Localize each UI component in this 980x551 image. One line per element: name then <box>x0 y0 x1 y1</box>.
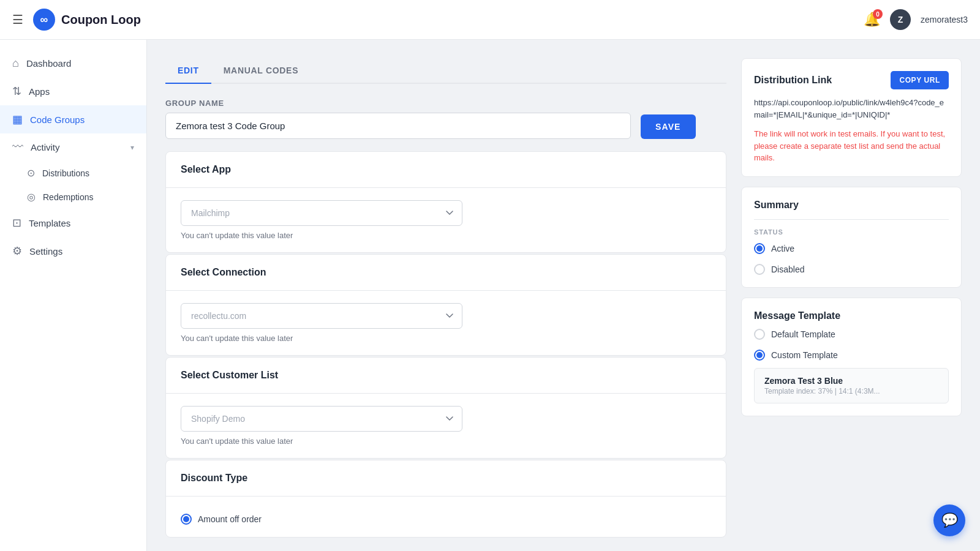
selected-template-sub: Template index: 37% | 14:1 (4:3M... <box>764 387 938 395</box>
select-customer-list-wrapper: Shopify Demo <box>181 406 462 432</box>
home-icon: ⌂ <box>12 57 19 70</box>
main-content: EDIT MANUAL CODES Group Name SAVE Select… <box>147 40 980 551</box>
message-template-card: Message Template Default Template Custom… <box>741 298 962 416</box>
radio-custom-template[interactable]: Custom Template <box>754 350 949 361</box>
menu-icon[interactable]: ☰ <box>12 12 23 27</box>
radio-default-template[interactable]: Default Template <box>754 329 949 340</box>
sidebar-item-redemptions[interactable]: ◎ Redemptions <box>0 185 146 209</box>
copy-url-button[interactable]: COPY URL <box>891 71 949 89</box>
discount-type-section: Discount Type Amount off order <box>165 460 726 538</box>
divider <box>754 219 949 220</box>
select-customer-list-section: Select Customer List Shopify Demo You ca… <box>165 357 726 459</box>
radio-label-default-template: Default Template <box>771 329 835 339</box>
radio-label-active: Active <box>771 244 794 253</box>
notification-button[interactable]: 🔔 0 <box>864 12 880 28</box>
sidebar-item-label: Templates <box>29 218 70 228</box>
templates-icon: ⊡ <box>12 216 21 230</box>
radio-status-active[interactable]: Active <box>754 243 949 254</box>
radio-circle-custom-template <box>754 350 765 361</box>
radio-label-disabled: Disabled <box>771 264 804 274</box>
select-app-wrapper: Mailchimp <box>181 200 462 226</box>
group-name-input[interactable] <box>165 113 631 139</box>
select-app-section: Select App Mailchimp You can't update th… <box>165 151 726 253</box>
distribution-link-card: Distribution Link COPY URL https://api.c… <box>741 58 962 177</box>
discount-type-radio-group: Amount off order <box>181 514 711 525</box>
select-connection-dropdown[interactable]: recollectu.com <box>181 303 462 329</box>
distribution-link-warning: The link will not work in test emails. I… <box>754 128 949 164</box>
radio-amount-off-order[interactable]: Amount off order <box>181 514 711 525</box>
sidebar-item-distributions[interactable]: ⊙ Distributions <box>0 161 146 185</box>
selected-template-name: Zemora Test 3 Blue <box>764 376 938 386</box>
select-connection-wrapper: recollectu.com <box>181 303 462 329</box>
chat-icon: 💬 <box>941 512 958 528</box>
sidebar-item-code-groups[interactable]: ▦ Code Groups <box>0 105 146 133</box>
select-customer-list-title: Select Customer List <box>166 358 726 394</box>
logo: ∞ Coupon Loop <box>33 9 141 31</box>
discount-type-title: Discount Type <box>166 460 726 497</box>
sidebar: ⌂ Dashboard ⇅ Apps ▦ Code Groups 〰 Activ… <box>0 40 147 551</box>
radio-circle-checked <box>181 514 192 525</box>
group-name-label: Group Name <box>165 99 631 108</box>
radio-dot-active <box>756 246 763 252</box>
apps-icon: ⇅ <box>12 84 21 98</box>
sidebar-item-activity[interactable]: 〰 Activity ▾ <box>0 133 146 161</box>
radio-circle-active <box>754 243 765 254</box>
radio-dot <box>183 516 189 522</box>
sidebar-item-settings[interactable]: ⚙ Settings <box>0 237 146 265</box>
select-customer-list-cant-update: You can't update this value later <box>181 437 711 446</box>
activity-icon: 〰 <box>12 141 23 154</box>
select-customer-list-body: Shopify Demo You can't update this value… <box>166 394 726 458</box>
radio-status-disabled[interactable]: Disabled <box>754 264 949 275</box>
discount-type-body: Amount off order <box>166 497 726 537</box>
sidebar-item-templates[interactable]: ⊡ Templates <box>0 209 146 237</box>
distributions-icon: ⊙ <box>27 167 35 179</box>
header-right: 🔔 0 Z zemoratest3 <box>864 9 968 30</box>
notification-badge: 0 <box>873 9 883 19</box>
sidebar-item-label: Apps <box>29 86 50 97</box>
select-connection-title: Select Connection <box>166 255 726 291</box>
code-groups-icon: ▦ <box>12 113 23 126</box>
logo-text: Coupon Loop <box>61 13 141 27</box>
select-connection-section: Select Connection recollectu.com You can… <box>165 254 726 356</box>
message-template-title: Message Template <box>754 310 949 321</box>
sidebar-item-label: Code Groups <box>30 114 85 125</box>
save-button[interactable]: SAVE <box>641 114 696 139</box>
avatar: Z <box>890 9 911 30</box>
select-app-title: Select App <box>166 152 726 188</box>
summary-title: Summary <box>754 200 949 211</box>
summary-card: Summary STATUS Active Disabled <box>741 187 962 288</box>
tab-manual-codes[interactable]: MANUAL CODES <box>211 58 311 84</box>
sidebar-item-dashboard[interactable]: ⌂ Dashboard <box>0 50 146 77</box>
select-connection-cant-update: You can't update this value later <box>181 334 711 343</box>
tab-edit[interactable]: EDIT <box>165 58 211 84</box>
select-customer-list-dropdown[interactable]: Shopify Demo <box>181 406 462 432</box>
chat-bubble-button[interactable]: 💬 <box>933 504 965 536</box>
status-label: STATUS <box>754 228 949 236</box>
sidebar-item-label: Distributions <box>42 168 89 178</box>
distribution-link-title: Distribution Link COPY URL <box>754 71 949 89</box>
sidebar-item-label: Settings <box>29 246 62 257</box>
sidebar-item-label: Redemptions <box>43 192 94 202</box>
radio-dot-custom-template <box>756 352 763 358</box>
select-app-cant-update: You can't update this value later <box>181 231 711 240</box>
sidebar-item-label: Activity <box>31 142 60 152</box>
select-app-body: Mailchimp You can't update this value la… <box>166 188 726 252</box>
radio-label-custom-template: Custom Template <box>771 350 838 360</box>
content-area: EDIT MANUAL CODES Group Name SAVE Select… <box>165 58 726 539</box>
user-name: zemoratest3 <box>921 15 968 24</box>
logo-icon: ∞ <box>33 9 55 31</box>
radio-circle-disabled <box>754 264 765 275</box>
sidebar-item-apps[interactable]: ⇅ Apps <box>0 77 146 105</box>
distribution-url-text: https://api.couponloop.io/public/link/w4… <box>754 97 949 121</box>
message-template-radio-group: Default Template Custom Template <box>754 329 949 361</box>
header: ☰ ∞ Coupon Loop 🔔 0 Z zemoratest3 <box>0 0 980 40</box>
tab-bar: EDIT MANUAL CODES <box>165 58 726 84</box>
chevron-down-icon: ▾ <box>130 143 134 152</box>
radio-circle-default-template <box>754 329 765 340</box>
settings-icon: ⚙ <box>12 244 22 258</box>
select-app-dropdown[interactable]: Mailchimp <box>181 200 462 226</box>
selected-template-card: Zemora Test 3 Blue Template index: 37% |… <box>754 368 949 403</box>
redemptions-icon: ◎ <box>27 191 36 203</box>
radio-label-amount-off-order: Amount off order <box>198 514 262 524</box>
right-panel: Distribution Link COPY URL https://api.c… <box>741 58 962 539</box>
